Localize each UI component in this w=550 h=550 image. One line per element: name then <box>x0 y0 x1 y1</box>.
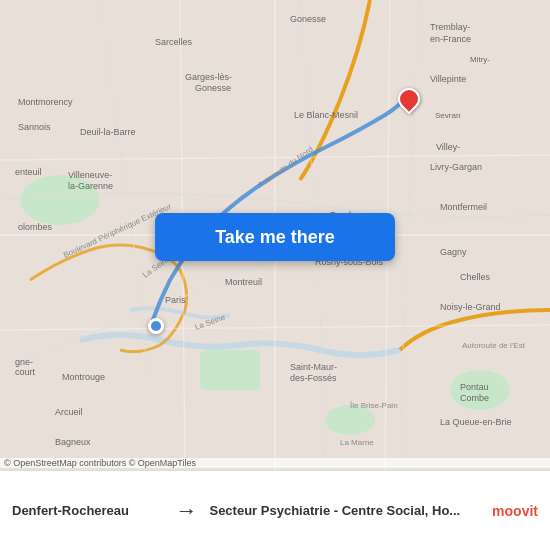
svg-text:Montmorency: Montmorency <box>18 97 73 107</box>
svg-text:Paris: Paris <box>165 295 186 305</box>
svg-text:Villepinte: Villepinte <box>430 74 466 84</box>
destination-label: Secteur Psychiatrie - Centre Social, Ho.… <box>209 503 482 518</box>
svg-text:La Marne: La Marne <box>340 438 374 447</box>
origin-marker <box>148 318 164 334</box>
svg-text:Montreuil: Montreuil <box>225 277 262 287</box>
svg-text:Gonesse: Gonesse <box>195 83 231 93</box>
svg-text:Noisy-le-Grand: Noisy-le-Grand <box>440 302 501 312</box>
svg-text:court: court <box>15 367 36 377</box>
svg-text:Bagneux: Bagneux <box>55 437 91 447</box>
svg-text:Livry-Gargan: Livry-Gargan <box>430 162 482 172</box>
svg-text:Deuil-la-Barre: Deuil-la-Barre <box>80 127 136 137</box>
destination-marker <box>398 88 420 116</box>
bottom-bar: Denfert-Rochereau → Secteur Psychiatrie … <box>0 470 550 550</box>
svg-text:Sevran: Sevran <box>435 111 460 120</box>
svg-text:Le Blanc-Mesnil: Le Blanc-Mesnil <box>294 110 358 120</box>
svg-text:Gonesse: Gonesse <box>290 14 326 24</box>
svg-text:Pontau: Pontau <box>460 382 489 392</box>
svg-text:en-France: en-France <box>430 34 471 44</box>
svg-text:la-Garenne: la-Garenne <box>68 181 113 191</box>
map-attribution: © OpenStreetMap contributors © OpenMapTi… <box>0 458 550 468</box>
svg-text:Gagny: Gagny <box>440 247 467 257</box>
svg-text:Sarcelles: Sarcelles <box>155 37 193 47</box>
direction-arrow: → <box>163 498 209 524</box>
svg-text:Montfermeil: Montfermeil <box>440 202 487 212</box>
svg-text:Villeneuve-: Villeneuve- <box>68 170 112 180</box>
svg-text:Chelles: Chelles <box>460 272 491 282</box>
map-container: Montmorency Sarcelles Gonesse Tremblay- … <box>0 0 550 470</box>
svg-text:enteuil: enteuil <box>15 167 42 177</box>
moovit-logo: moovit <box>492 503 538 519</box>
svg-text:olombes: olombes <box>18 222 53 232</box>
svg-text:Mitry-: Mitry- <box>470 55 490 64</box>
svg-text:Combe: Combe <box>460 393 489 403</box>
svg-text:Île Brise-Pain: Île Brise-Pain <box>349 401 398 410</box>
take-me-there-button[interactable]: Take me there <box>155 213 395 261</box>
svg-text:des-Fossés: des-Fossés <box>290 373 337 383</box>
svg-text:Tremblay-: Tremblay- <box>430 22 470 32</box>
moovit-logo-text: moovit <box>492 503 538 519</box>
svg-rect-3 <box>200 350 260 390</box>
svg-text:Villey-: Villey- <box>436 142 460 152</box>
destination-section: Secteur Psychiatrie - Centre Social, Ho.… <box>209 503 482 518</box>
origin-label: Denfert-Rochereau <box>12 503 163 518</box>
origin-section: Denfert-Rochereau <box>12 503 163 518</box>
svg-text:Arcueil: Arcueil <box>55 407 83 417</box>
svg-text:Sannois: Sannois <box>18 122 51 132</box>
svg-text:La Queue-en-Brie: La Queue-en-Brie <box>440 417 512 427</box>
svg-text:Garges-lès-: Garges-lès- <box>185 72 232 82</box>
svg-text:Montrouge: Montrouge <box>62 372 105 382</box>
svg-text:Saint-Maur-: Saint-Maur- <box>290 362 337 372</box>
svg-text:gne-: gne- <box>15 357 33 367</box>
svg-text:Autoroute de l'Est: Autoroute de l'Est <box>462 341 526 350</box>
